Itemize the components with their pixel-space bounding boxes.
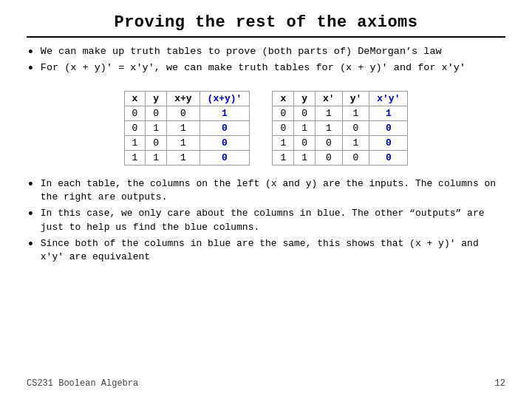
bullet-bottom-2: • In this case, we only care about the c… <box>27 207 505 233</box>
bullet-text-2: For (x + y)′ = x′y′, we can make truth t… <box>41 61 505 75</box>
bottom-bullets: • In each table, the columns on the left… <box>27 177 505 267</box>
right-th-result: x′y′ <box>369 92 408 106</box>
title-divider <box>27 36 505 38</box>
bullet-text-3: In each table, the columns on the left (… <box>41 177 505 204</box>
bullet-bottom-3: • Since both of the columns in blue are … <box>27 237 505 264</box>
footer-left: CS231 Boolean Algebra <box>27 378 138 389</box>
left-th-result: (x+y)′ <box>200 92 250 106</box>
slide-title: Proving the rest of the axioms <box>27 13 505 32</box>
right-th-xp: x′ <box>316 92 343 106</box>
tables-section: x y x+y (x+y)′ 0001 0110 1010 1110 <box>27 91 505 166</box>
left-row-1: 0001 <box>124 106 250 121</box>
bullet-text-1: We can make up truth tables to prove (bo… <box>41 45 505 59</box>
slide: Proving the rest of the axioms • We can … <box>0 0 532 399</box>
left-th-xpy: x+y <box>167 92 200 106</box>
bullet-dot-5: • <box>27 238 35 251</box>
right-th-x: x <box>273 92 294 106</box>
left-table: x y x+y (x+y)′ 0001 0110 1010 1110 <box>124 91 250 166</box>
bullet-bottom-1: • In each table, the columns on the left… <box>27 177 505 204</box>
bullet-text-5: Since both of the columns in blue are th… <box>41 237 505 264</box>
right-row-3: 10010 <box>273 136 408 151</box>
right-row-4: 11000 <box>273 151 408 166</box>
right-row-2: 01100 <box>273 121 408 136</box>
bullet-top-1: • We can make up truth tables to prove (… <box>27 45 505 59</box>
right-row-1: 00111 <box>273 106 408 121</box>
bullet-dot-3: • <box>27 178 35 191</box>
right-table: x y x′ y′ x′y′ 00111 01100 10010 1 <box>272 91 408 166</box>
left-th-y: y <box>146 92 167 106</box>
left-row-3: 1010 <box>124 136 250 151</box>
right-th-y: y <box>294 92 316 106</box>
footer-right: 12 <box>495 378 505 389</box>
bullet-text-4: In this case, we only care about the col… <box>41 207 505 233</box>
top-bullets: • We can make up truth tables to prove (… <box>27 45 505 78</box>
left-th-x: x <box>124 92 146 106</box>
left-row-4: 1110 <box>124 151 250 166</box>
left-row-2: 0110 <box>124 121 250 136</box>
bullet-dot-1: • <box>27 46 35 59</box>
bullet-dot-4: • <box>27 208 35 221</box>
bullet-top-2: • For (x + y)′ = x′y′, we can make truth… <box>27 61 505 75</box>
bullet-dot-2: • <box>27 62 35 75</box>
footer: CS231 Boolean Algebra 12 <box>27 375 505 389</box>
right-th-yp: y′ <box>342 92 369 106</box>
